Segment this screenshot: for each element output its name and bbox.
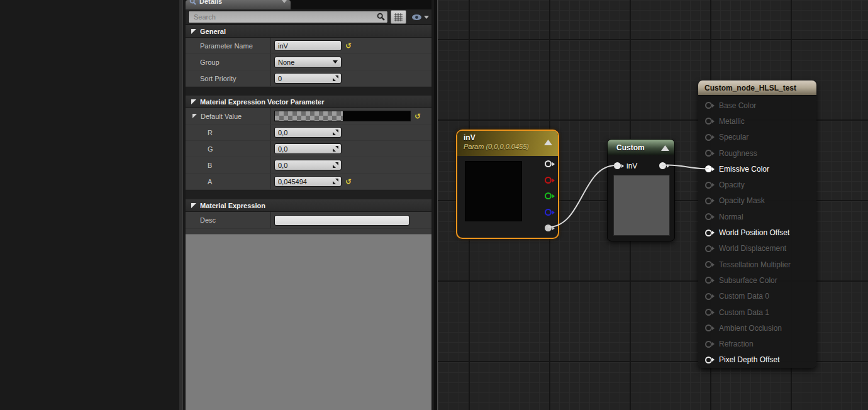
collapse-triangle-icon[interactable] xyxy=(661,145,669,151)
pin-rgb-output[interactable] xyxy=(545,160,552,167)
pin-b-output[interactable] xyxy=(545,209,552,216)
visibility-eye-icon xyxy=(411,14,422,21)
node-result-header[interactable]: Custom_node_HLSL_test xyxy=(698,80,816,96)
row-label: Sort Priority xyxy=(200,75,236,82)
reset-to-default-arrow-icon[interactable]: ↺ xyxy=(345,178,352,186)
sort-priority-input[interactable] xyxy=(275,75,332,82)
row-b: B xyxy=(186,157,431,174)
details-sections: General Parameter Name ↺ Group None xyxy=(186,25,431,234)
parameter-name-field[interactable] xyxy=(274,40,342,51)
details-panel-empty-area xyxy=(186,234,431,410)
section-header-general[interactable]: General xyxy=(186,25,431,38)
pin-ambient-occlusion[interactable]: Ambient Occlusion xyxy=(698,320,816,336)
r-input[interactable] xyxy=(275,129,332,136)
pin-g-output[interactable] xyxy=(545,192,552,199)
color-preview-black xyxy=(343,111,410,121)
collapse-triangle-icon[interactable] xyxy=(544,140,552,145)
chevron-down-icon[interactable] xyxy=(282,0,287,3)
reset-to-default-arrow-icon[interactable]: ↺ xyxy=(415,113,421,120)
g-field[interactable] xyxy=(274,143,342,154)
pin-label: Metallic xyxy=(719,117,745,126)
pin-custom-data-0[interactable]: Custom Data 0 xyxy=(698,289,816,304)
row-label: Parameter Name xyxy=(200,42,253,50)
group-dropdown[interactable]: None xyxy=(274,57,342,68)
node-inv-header[interactable]: inV Param (0,0,0,0.0455) xyxy=(457,131,558,156)
row-label: Desc xyxy=(200,216,216,224)
node-inv-preview xyxy=(465,161,522,221)
expander-triangle-icon[interactable] xyxy=(192,114,197,118)
expander-triangle-icon xyxy=(191,99,196,104)
search-input[interactable] xyxy=(192,13,377,21)
details-toolbar xyxy=(186,9,431,25)
pin-opacity-mask[interactable]: Opacity Mask xyxy=(698,193,816,209)
pin-opacity[interactable]: Opacity xyxy=(698,177,816,192)
row-label: Group xyxy=(200,58,220,66)
pin-normal[interactable]: Normal xyxy=(698,209,816,224)
pin-label: Normal xyxy=(719,213,743,221)
drag-resize-icon[interactable] xyxy=(332,162,339,169)
pin-a-output[interactable] xyxy=(545,224,552,231)
pin-base-color[interactable]: Base Color xyxy=(698,97,816,113)
node-material-result[interactable]: Custom_node_HLSL_test Base Color Metalli… xyxy=(698,80,816,368)
pin-tessellation-multiplier[interactable]: Tessellation Multiplier xyxy=(698,257,816,272)
pin-pixel-depth-offset[interactable]: Pixel Depth Offset xyxy=(698,352,816,368)
b-input[interactable] xyxy=(275,162,332,169)
a-input[interactable] xyxy=(275,178,332,186)
section-header-material-expression[interactable]: Material Expression xyxy=(186,199,431,212)
pin-refraction[interactable]: Refraction xyxy=(698,336,816,352)
drag-resize-icon[interactable] xyxy=(332,129,339,136)
pin-custom-input-inv[interactable] xyxy=(614,162,621,169)
alpha-checkerboard xyxy=(275,111,343,121)
node-title: inV xyxy=(464,133,553,142)
default-value-color-swatch[interactable] xyxy=(274,111,411,121)
reset-to-default-arrow-icon[interactable]: ↺ xyxy=(345,42,352,50)
chevron-down-icon[interactable] xyxy=(424,16,429,19)
pin-custom-output[interactable] xyxy=(659,162,666,169)
tab-details[interactable]: Details xyxy=(186,0,291,9)
pin-circle-icon xyxy=(705,213,712,220)
pin-world-displacement[interactable]: World Displacement xyxy=(698,241,816,257)
drag-resize-icon[interactable] xyxy=(332,178,339,185)
search-box[interactable] xyxy=(188,11,388,23)
pin-circle-icon xyxy=(705,230,712,236)
pin-label: Roughness xyxy=(719,149,757,158)
g-input[interactable] xyxy=(275,145,332,153)
row-default-value: Default Value ↺ xyxy=(186,108,431,125)
pin-subsurface-color[interactable]: Subsurface Color xyxy=(698,272,816,288)
pin-specular[interactable]: Specular xyxy=(698,130,816,145)
node-inv-parameter[interactable]: inV Param (0,0,0,0.0455) xyxy=(456,130,559,239)
desc-field[interactable] xyxy=(274,215,409,226)
pin-circle-icon xyxy=(705,150,712,157)
pin-label: Emissive Color xyxy=(719,165,769,174)
desc-input[interactable] xyxy=(275,216,409,224)
section-header-vector-parameter[interactable]: Material Expression Vector Parameter xyxy=(186,96,431,108)
pin-world-position-offset[interactable]: World Position Offset xyxy=(698,224,816,240)
node-custom[interactable]: Custom inV xyxy=(607,139,675,241)
search-magnifier-icon xyxy=(377,13,386,21)
pin-circle-icon xyxy=(705,357,712,363)
pin-label: Subsurface Color xyxy=(719,276,777,285)
b-field[interactable] xyxy=(274,160,342,170)
a-field[interactable] xyxy=(274,176,342,187)
parameter-name-input[interactable] xyxy=(275,42,341,50)
grid-view-button[interactable] xyxy=(391,10,406,24)
tab-details-label: Details xyxy=(199,0,279,5)
drag-resize-icon[interactable] xyxy=(332,75,339,82)
pin-emissive-color[interactable]: Emissive Color xyxy=(698,161,816,177)
unreal-material-editor-window: Details xyxy=(0,0,868,410)
visibility-filter-button[interactable] xyxy=(411,14,429,21)
details-tabbar: Details xyxy=(186,0,431,9)
pin-r-output[interactable] xyxy=(545,177,552,184)
pin-roughness[interactable]: Roughness xyxy=(698,145,816,161)
drag-resize-icon[interactable] xyxy=(332,145,339,152)
row-label: G xyxy=(208,145,213,153)
r-field[interactable] xyxy=(274,127,342,138)
sort-priority-field[interactable] xyxy=(274,73,342,84)
panel-splitter-left[interactable] xyxy=(179,0,183,410)
node-custom-preview xyxy=(613,175,670,236)
node-custom-header[interactable]: Custom xyxy=(608,140,674,155)
pin-custom-data-1[interactable]: Custom Data 1 xyxy=(698,304,816,320)
pin-metallic[interactable]: Metallic xyxy=(698,113,816,129)
pin-circle-icon xyxy=(705,245,712,252)
pin-label: Opacity Mask xyxy=(719,196,765,205)
